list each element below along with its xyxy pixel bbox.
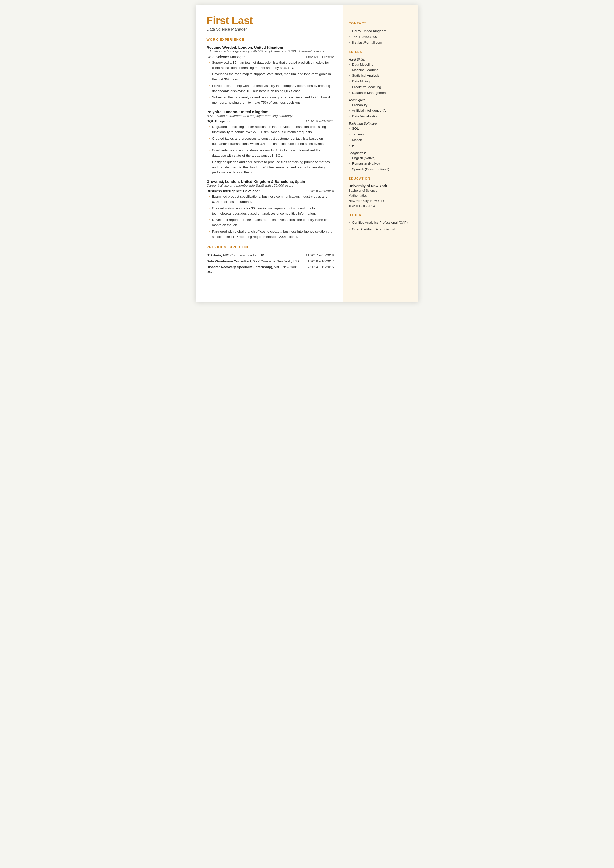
prev-exp-row-1: IT Admin, ABC Company, London, UK 11/201… [207,253,334,258]
candidate-job-title: Data Science Manager [207,27,334,32]
bullet-2-2: Created tables and processes to construc… [208,136,334,146]
company-name-2: Polyhire, [207,110,223,114]
company-block-1: Resume Worded, London, United Kingdom Ed… [207,45,334,106]
edu-field: Mathematics [349,193,412,198]
company-tagline-1: Education technology startup with 50+ em… [207,50,334,53]
role-row-1: Data Science Manager 08/2021 – Present [207,55,334,59]
prev-exp-left-2: Data Warehouse Consultant, XYZ Company, … [207,259,303,264]
role-row-3: Business Intelligence Developer 06/2018 … [207,189,334,193]
previous-experience-heading: PREVIOUS EXPERIENCE [207,245,334,250]
tool-2: Tableau [349,132,412,137]
contact-phone: +44 1234567890 [349,34,412,40]
language-1: English (Native) [349,155,412,161]
prev-exp-left-1: IT Admin, ABC Company, London, UK [207,253,303,258]
company-location-3: London, United Kingdom & Barcelona, Spai… [225,179,305,183]
hard-skills-label: Hard Skills: [349,57,412,61]
bullet-3-3: Developed reports for 250+ sales represe… [208,217,334,228]
role-dates-3: 06/2018 – 09/2019 [305,189,333,193]
company-name-line-1: Resume Worded, London, United Kingdom [207,45,334,50]
education-block: University of New York Bachelor of Scien… [349,184,412,209]
company-block-2: Polyhire, London, United Kingdom NYSE-li… [207,110,334,175]
work-experience-heading: WORK EXPERIENCE [207,37,334,43]
other-heading: OTHER [349,213,412,218]
technique-1: Probability [349,102,412,108]
company-name-1: Resume Worded, [207,45,237,50]
edu-dates: 10/2011 - 06/2014 [349,203,412,209]
hard-skill-6: Database Management [349,90,412,96]
bullet-1-3: Provided leadership with real-time visib… [208,83,334,93]
hard-skill-1: Data Modeling [349,62,412,68]
tools-list: SQL Tableau Matlab R [349,126,412,149]
company-location-1: London, United Kingdom [239,45,283,50]
company-block-3: Growthsi, London, United Kingdom & Barce… [207,179,334,239]
tool-4: R [349,143,412,149]
languages-label: Languages: [349,151,412,155]
tool-1: SQL [349,126,412,132]
bullet-2-3: Overhauled a current database system for… [208,148,334,158]
company-name-line-2: Polyhire, London, United Kingdom [207,110,334,114]
prev-exp-right-1: 11/2017 – 05/2018 [303,253,333,258]
languages-list: English (Native) Romanian (Native) Spani… [349,155,412,172]
previous-experience-table: IT Admin, ABC Company, London, UK 11/201… [207,253,334,274]
education-heading: EDUCATION [349,177,412,182]
bullet-2-1: Upgraded an existing server application … [208,124,334,135]
bullet-3-1: Examined product specifications, busines… [208,194,334,204]
resume-wrapper: First Last Data Science Manager WORK EXP… [196,5,419,302]
contact-heading: CONTACT [349,21,412,26]
edu-degree: Bachelor of Science [349,188,412,193]
bullet-list-3: Examined product specifications, busines… [207,194,334,239]
bullet-3-4: Partnered with global branch offices to … [208,229,334,239]
role-dates-1: 08/2021 – Present [306,55,333,59]
prev-exp-right-2: 01/2016 – 10/2017 [303,259,333,264]
role-dates-2: 10/2019 – 07/2021 [305,120,333,123]
prev-exp-row-2: Data Warehouse Consultant, XYZ Company, … [207,259,334,264]
prev-exp-left-3: Disaster Recovery Specialist (Internship… [207,265,303,274]
role-row-2: SQL Programmer 10/2019 – 07/2021 [207,119,334,123]
bullet-1-2: Developed the road map to support RW's s… [208,71,334,82]
company-name-line-3: Growthsi, London, United Kingdom & Barce… [207,179,334,183]
company-tagline-2: NYSE-listed recruitment and employer bra… [207,114,334,118]
role-title-3: Business Intelligence Developer [207,189,260,193]
left-column: First Last Data Science Manager WORK EXP… [196,5,343,302]
tool-3: Matlab [349,137,412,143]
hard-skill-3: Statistical Analysis [349,73,412,79]
edu-location: New York City, New York [349,198,412,203]
bullet-2-4: Designed queries and shell scripts to pr… [208,159,334,175]
role-title-2: SQL Programmer [207,119,236,123]
name-block: First Last Data Science Manager [207,15,334,32]
candidate-name: First Last [207,15,334,26]
contact-address: Derby, United Kingdom [349,28,412,34]
company-name-3: Growthsi, [207,179,224,183]
skills-heading: SKILLS [349,50,412,55]
company-tagline-3: Career training and membership SaaS with… [207,183,334,187]
bullet-1-4: Submitted the data analysis and reports … [208,95,334,105]
edu-institution: University of New York [349,184,412,188]
role-title-1: Data Science Manager [207,55,245,59]
contact-email: first.last@gmail.com [349,40,412,45]
prev-exp-right-3: 07/2014 – 12/2015 [303,265,333,274]
technique-3: Data Visualization [349,113,412,119]
right-column: CONTACT Derby, United Kingdom +44 123456… [343,5,419,302]
hard-skills-list: Data Modeling Machine Learning Statistic… [349,62,412,96]
bullet-1-1: Supervised a 15-man team of data scienti… [208,60,334,70]
other-item-2: Open Certified Data Scientist [349,227,412,232]
other-block: Certified Analytics Professional (CAP) O… [349,220,412,232]
prev-exp-row-3: Disaster Recovery Specialist (Internship… [207,265,334,274]
hard-skill-5: Predictive Modeling [349,84,412,90]
tools-label: Tools and Software: [349,122,412,126]
company-location-2: London, United Kingdom [223,110,268,114]
contact-list: Derby, United Kingdom +44 1234567890 fir… [349,28,412,45]
techniques-label: Techniques: [349,98,412,102]
other-item-1: Certified Analytics Professional (CAP) [349,220,412,225]
hard-skill-4: Data Mining [349,79,412,84]
techniques-list: Probability Artificial Intelligence (AI)… [349,102,412,120]
bullet-list-2: Upgraded an existing server application … [207,124,334,175]
hard-skill-2: Machine Learning [349,67,412,73]
bullet-3-2: Created status reports for 30+ senior ma… [208,206,334,216]
technique-2: Artificial Intelligence (AI) [349,108,412,113]
bullet-list-1: Supervised a 15-man team of data scienti… [207,60,334,106]
language-2: Romanian (Native) [349,161,412,166]
language-3: Spanish (Conversational) [349,166,412,172]
